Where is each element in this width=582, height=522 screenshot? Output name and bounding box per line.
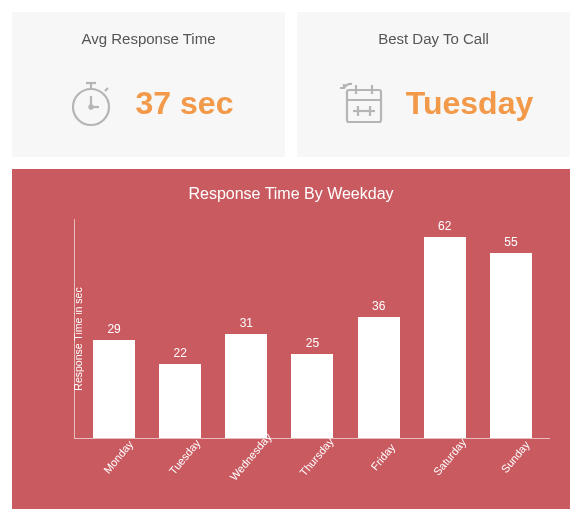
chart-bar: 62 — [412, 219, 478, 438]
avg-response-body: 37 sec — [64, 61, 234, 145]
best-day-value: Tuesday — [406, 85, 533, 122]
chart-bar: 36 — [346, 219, 412, 438]
bar-value-label: 55 — [504, 235, 517, 249]
bar-value-label: 62 — [438, 219, 451, 233]
chart-bar: 31 — [213, 219, 279, 438]
best-day-title: Best Day To Call — [378, 30, 489, 47]
svg-rect-7 — [347, 90, 381, 122]
chart-bar: 25 — [279, 219, 345, 438]
bar-rect — [93, 340, 135, 438]
bar-rect — [159, 364, 201, 438]
stopwatch-icon — [64, 76, 118, 130]
bar-value-label: 36 — [372, 299, 385, 313]
chart-bar: 22 — [147, 219, 213, 438]
bar-rect — [490, 253, 532, 438]
avg-response-card: Avg Response Time 37 sec — [12, 12, 285, 157]
calendar-refresh-icon — [334, 76, 388, 130]
chart-bars: 29223125366255 — [75, 219, 550, 438]
stat-cards-row: Avg Response Time 37 sec Best Day To Cal… — [12, 12, 570, 157]
bar-value-label: 25 — [306, 336, 319, 350]
weekday-chart-panel: Response Time By Weekday Response Time i… — [12, 169, 570, 509]
svg-line-3 — [105, 88, 108, 91]
chart-plot-area: 29223125366255 — [74, 219, 550, 439]
best-day-card: Best Day To Call Tuesday — [297, 12, 570, 157]
bar-value-label: 31 — [240, 316, 253, 330]
avg-response-title: Avg Response Time — [82, 30, 216, 47]
avg-response-value: 37 sec — [136, 85, 234, 122]
best-day-body: Tuesday — [334, 61, 533, 145]
chart-xlabels: MondayTuesdayWednesdayThursdayFridaySatu… — [74, 443, 550, 499]
chart-xlabel: Monday — [80, 443, 146, 499]
svg-point-6 — [89, 105, 92, 108]
chart-bar: 55 — [478, 219, 544, 438]
bar-value-label: 29 — [107, 322, 120, 336]
bar-rect — [225, 334, 267, 438]
bar-value-label: 22 — [174, 346, 187, 360]
chart-bar: 29 — [81, 219, 147, 438]
chart-title: Response Time By Weekday — [12, 169, 570, 209]
bar-rect — [424, 237, 466, 438]
bar-rect — [358, 317, 400, 438]
bar-rect — [291, 354, 333, 438]
